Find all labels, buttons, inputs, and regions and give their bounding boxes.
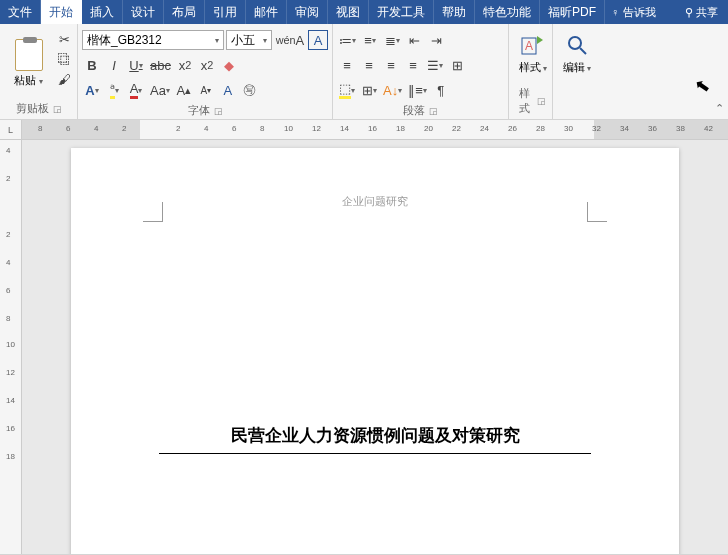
font-color-icon[interactable]: A▾: [126, 80, 146, 100]
margin-corner-tr: [587, 202, 607, 222]
horizontal-ruler[interactable]: 8642246810121416182022242628303234363842: [22, 120, 728, 139]
svg-text:A: A: [525, 39, 533, 53]
tab-layout[interactable]: 布局: [164, 0, 205, 24]
distribute-icon[interactable]: ☰▾: [425, 55, 445, 75]
enclose-char-icon[interactable]: ㊢: [240, 80, 260, 100]
justify-icon[interactable]: ≡: [403, 55, 423, 75]
tab-insert[interactable]: 插入: [82, 0, 123, 24]
paste-icon[interactable]: [15, 39, 43, 71]
numbering-icon[interactable]: ≡▾: [360, 30, 380, 50]
multilevel-icon[interactable]: ≣▾: [382, 30, 402, 50]
grow-font2-icon[interactable]: A▴: [174, 80, 194, 100]
text-effects-icon[interactable]: A▾: [82, 80, 102, 100]
underline-button[interactable]: U ▾: [126, 55, 146, 75]
char-shading-icon[interactable]: A: [218, 80, 238, 100]
subscript-button[interactable]: x2: [175, 55, 195, 75]
font-name-select[interactable]: 楷体_GB2312▾: [82, 30, 224, 50]
cut-icon[interactable]: ✂: [55, 30, 73, 48]
styles-button[interactable]: A 样式 ▾: [513, 26, 553, 75]
copy-icon[interactable]: ⿻: [55, 50, 73, 68]
highlight-icon[interactable]: ᵃ▾: [104, 80, 124, 100]
line-spacing-icon[interactable]: ‖≡▾: [406, 80, 429, 100]
font-launcher-icon[interactable]: ◲: [214, 106, 223, 116]
editing-button[interactable]: 编辑 ▾: [557, 26, 597, 75]
format-painter-icon[interactable]: 🖌: [55, 70, 73, 88]
change-case-icon[interactable]: Aa▾: [148, 80, 172, 100]
tab-design[interactable]: 设计: [123, 0, 164, 24]
document-title[interactable]: 民营企业人力资源惯例问题及对策研究: [159, 424, 591, 454]
align-right-icon[interactable]: ≡: [381, 55, 401, 75]
file-tab[interactable]: 文件: [0, 0, 41, 24]
shading-icon[interactable]: ⬚▾: [337, 80, 357, 100]
tell-me[interactable]: 告诉我: [623, 5, 656, 20]
ruler-corner: L: [0, 120, 22, 139]
styles-launcher-icon[interactable]: ◲: [537, 96, 546, 106]
find-icon: [564, 32, 590, 58]
tab-references[interactable]: 引用: [205, 0, 246, 24]
superscript-button[interactable]: x2: [197, 55, 217, 75]
collapse-ribbon-icon[interactable]: ⌃: [715, 102, 724, 115]
tab-help[interactable]: 帮助: [434, 0, 475, 24]
bold-button[interactable]: B: [82, 55, 102, 75]
show-marks-icon[interactable]: ¶: [431, 80, 451, 100]
char-border-icon[interactable]: A: [308, 30, 328, 50]
align-left-icon[interactable]: ≡: [337, 55, 357, 75]
svg-line-3: [580, 48, 586, 54]
decrease-indent-icon[interactable]: ⇤: [404, 30, 424, 50]
clipboard-launcher-icon[interactable]: ◲: [53, 104, 62, 114]
align-center-icon[interactable]: ≡: [359, 55, 379, 75]
grow-font-icon[interactable]: wénA: [274, 30, 306, 50]
share-button[interactable]: ⚲ 共享: [685, 5, 718, 20]
vertical-ruler[interactable]: 4224681012141618: [0, 140, 22, 554]
lightbulb-icon: ♀: [611, 6, 619, 18]
tab-developer[interactable]: 开发工具: [369, 0, 434, 24]
tab-features[interactable]: 特色功能: [475, 0, 540, 24]
borders-icon[interactable]: ⊞▾: [359, 80, 379, 100]
shrink-font-icon[interactable]: A▾: [196, 80, 216, 100]
tab-home[interactable]: 开始: [41, 0, 82, 24]
increase-indent-icon[interactable]: ⇥: [426, 30, 446, 50]
tab-review[interactable]: 审阅: [287, 0, 328, 24]
para-launcher-icon[interactable]: ◲: [429, 106, 438, 116]
bullets-icon[interactable]: ≔▾: [337, 30, 358, 50]
share-icon: ⚲: [685, 6, 693, 19]
snap-grid-icon[interactable]: ⊞: [447, 55, 467, 75]
tab-mailings[interactable]: 邮件: [246, 0, 287, 24]
font-size-select[interactable]: 小五▾: [226, 30, 272, 50]
styles-icon: A: [520, 32, 546, 58]
tab-view[interactable]: 视图: [328, 0, 369, 24]
tab-foxit[interactable]: 福昕PDF: [540, 0, 605, 24]
strikethrough-button[interactable]: abc: [148, 55, 173, 75]
clear-format-icon[interactable]: ◆: [219, 55, 239, 75]
document-area[interactable]: 企业问题研究 民营企业人力资源惯例问题及对策研究: [22, 140, 728, 554]
italic-button[interactable]: I: [104, 55, 124, 75]
margin-corner-tl: [143, 202, 163, 222]
svg-point-2: [569, 37, 581, 49]
paste-button[interactable]: 粘贴 ▾: [14, 73, 43, 88]
sort-icon[interactable]: A↓▾: [381, 80, 404, 100]
page[interactable]: 企业问题研究 民营企业人力资源惯例问题及对策研究: [71, 148, 679, 554]
